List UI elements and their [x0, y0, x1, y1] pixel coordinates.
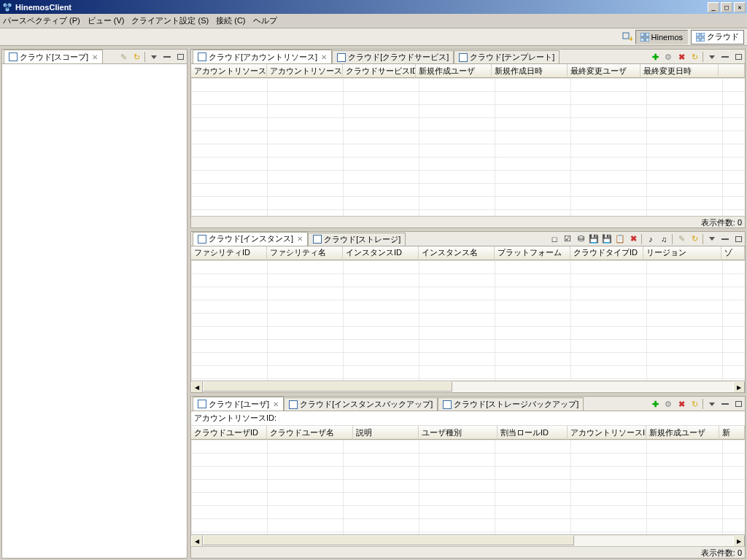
view-menu-icon[interactable]	[149, 52, 159, 62]
add-icon[interactable]: ✚	[650, 52, 660, 62]
view-menu-icon[interactable]	[707, 52, 717, 62]
clipboard-icon[interactable]: 📋	[615, 234, 625, 244]
table-header: クラウドユーザID クラウドユーザ名 説明 ユーザ種別 割当ロールID アカウン…	[191, 426, 745, 440]
refresh-icon[interactable]: ↻	[689, 399, 700, 409]
add-icon[interactable]: ✚	[650, 399, 660, 409]
col-region[interactable]: リージョン	[643, 246, 721, 260]
menu-connect[interactable]: 接続 (C)	[216, 15, 245, 26]
scroll-right-button[interactable]: ▶	[733, 381, 745, 393]
note2-icon[interactable]: ♫	[659, 234, 669, 244]
minimize-view-icon[interactable]	[720, 234, 730, 244]
tab-instance-backup[interactable]: クラウド[インスタンスバックアップ]	[284, 397, 438, 411]
col-cloud-type-id[interactable]: クラウドタイプID	[570, 246, 643, 260]
table-body[interactable]	[191, 440, 745, 534]
minimize-view-icon[interactable]	[162, 52, 172, 62]
view-menu-icon[interactable]	[707, 399, 717, 409]
close-button[interactable]: ✕	[734, 2, 746, 12]
menu-perspective[interactable]: パースペクティブ (P)	[3, 15, 80, 26]
tab-template[interactable]: クラウド[テンプレート]	[454, 50, 560, 63]
col-new[interactable]: 新	[719, 426, 745, 440]
titlebar: HinemosClient _ □ ✕	[0, 0, 747, 14]
col-create-user[interactable]: 新規作成ユーザ	[416, 64, 492, 78]
menu-client-settings[interactable]: クライアント設定 (S)	[131, 15, 209, 26]
col-facility-name[interactable]: ファシリティ名	[267, 246, 343, 260]
horizontal-scrollbar[interactable]: ◀ ▶	[191, 381, 745, 392]
delete-icon[interactable]: ✖	[628, 234, 638, 244]
persp-tab-hinemos[interactable]: Hinemos	[635, 30, 688, 44]
note1-icon[interactable]: ♪	[646, 234, 656, 244]
panel-user: クラウド[ユーザ]✕ クラウド[インスタンスバックアップ] クラウド[ストレージ…	[190, 396, 746, 559]
col-account-resource-name[interactable]: アカウントリソース名	[267, 64, 343, 78]
col-facility-id[interactable]: ファシリティID	[191, 246, 267, 260]
menu-help[interactable]: ヘルプ	[253, 15, 277, 26]
open-perspective-icon[interactable]: +	[622, 32, 632, 42]
db-icon[interactable]: ⛁	[576, 234, 586, 244]
maximize-view-icon[interactable]	[733, 52, 743, 62]
disk1-icon[interactable]: 💾	[589, 234, 599, 244]
scroll-left-button[interactable]: ◀	[191, 535, 203, 547]
refresh-icon[interactable]: ↻	[131, 52, 142, 62]
col-description[interactable]: 説明	[353, 426, 419, 440]
delete-icon[interactable]: ✖	[676, 52, 686, 62]
tab-instance[interactable]: クラウド[インスタンス]✕	[193, 232, 308, 246]
svg-rect-8	[640, 33, 644, 36]
col-platform[interactable]: プラットフォーム	[495, 246, 570, 260]
persp-tab-cloud[interactable]: クラウド	[691, 30, 744, 44]
check-icon[interactable]: ☑	[562, 234, 573, 244]
col-account-resource-id[interactable]: アカウントリソースID	[191, 64, 267, 78]
minimize-view-icon[interactable]	[720, 52, 730, 62]
window-title: HinemosClient	[15, 3, 706, 12]
view-menu-icon[interactable]	[707, 234, 717, 244]
tab-label: クラウド[スコープ]	[20, 52, 88, 63]
disk2-icon[interactable]: 💾	[602, 234, 612, 244]
close-icon[interactable]: ✕	[321, 53, 327, 61]
edit-icon[interactable]: ✎	[676, 234, 686, 244]
col-account-resource-id[interactable]: アカウントリソースID	[568, 426, 646, 440]
square-icon[interactable]: □	[549, 234, 560, 244]
col-update-date[interactable]: 最終変更日時	[640, 64, 719, 78]
maximize-view-icon[interactable]	[733, 399, 743, 409]
tab-cloud-scope[interactable]: クラウド[スコープ] ✕	[4, 50, 103, 63]
col-cloud-user-id[interactable]: クラウドユーザID	[191, 426, 267, 440]
status-count: 表示件数: 0	[191, 216, 745, 228]
grid-icon	[640, 33, 649, 42]
table-header: ファシリティID ファシリティ名 インスタンスID インスタンス名 プラットフォ…	[191, 246, 745, 260]
maximize-view-icon[interactable]	[175, 52, 185, 62]
minimize-button[interactable]: _	[708, 2, 719, 12]
maximize-view-icon[interactable]	[733, 234, 743, 244]
close-icon[interactable]: ✕	[297, 235, 303, 243]
col-update-user[interactable]: 最終変更ユーザ	[568, 64, 640, 78]
horizontal-scrollbar[interactable]: ◀ ▶	[191, 534, 745, 546]
tab-cloud-service[interactable]: クラウド[クラウドサービス]	[332, 50, 454, 63]
table-body[interactable]	[191, 260, 745, 381]
col-create-user[interactable]: 新規作成ユーザ	[646, 426, 719, 440]
col-cloud-service-id[interactable]: クラウドサービスID	[343, 64, 416, 78]
minimize-view-icon[interactable]	[720, 399, 730, 409]
col-instance-name[interactable]: インスタンス名	[419, 246, 495, 260]
close-icon[interactable]: ✕	[273, 400, 279, 408]
gear-icon[interactable]: ⚙	[663, 52, 673, 62]
tab-account-resource[interactable]: クラウド[アカウントリソース]✕	[193, 50, 332, 63]
refresh-icon[interactable]: ↻	[689, 234, 700, 244]
edit-icon[interactable]: ✎	[118, 52, 128, 62]
col-role-id[interactable]: 割当ロールID	[498, 426, 568, 440]
close-icon[interactable]: ✕	[92, 53, 98, 61]
menu-view[interactable]: ビュー (V)	[88, 15, 125, 26]
scroll-right-button[interactable]: ▶	[733, 535, 745, 547]
tab-storage-backup[interactable]: クラウド[ストレージバックアップ]	[438, 397, 584, 411]
refresh-icon[interactable]: ↻	[689, 52, 700, 62]
tab-storage[interactable]: クラウド[ストレージ]	[308, 233, 406, 246]
gear-icon[interactable]: ⚙	[663, 399, 673, 409]
maximize-button[interactable]: □	[721, 2, 732, 12]
svg-rect-9	[646, 33, 649, 36]
tab-cloud-user[interactable]: クラウド[ユーザ]✕	[193, 397, 284, 411]
separator	[703, 52, 704, 62]
delete-icon[interactable]: ✖	[676, 399, 686, 409]
col-zone[interactable]: ゾ	[721, 246, 745, 260]
col-user-type[interactable]: ユーザ種別	[419, 426, 498, 440]
col-create-date[interactable]: 新規作成日時	[492, 64, 568, 78]
col-cloud-user-name[interactable]: クラウドユーザ名	[267, 426, 353, 440]
scroll-left-button[interactable]: ◀	[191, 381, 203, 393]
table-body[interactable]	[191, 78, 745, 216]
col-instance-id[interactable]: インスタンスID	[343, 246, 419, 260]
